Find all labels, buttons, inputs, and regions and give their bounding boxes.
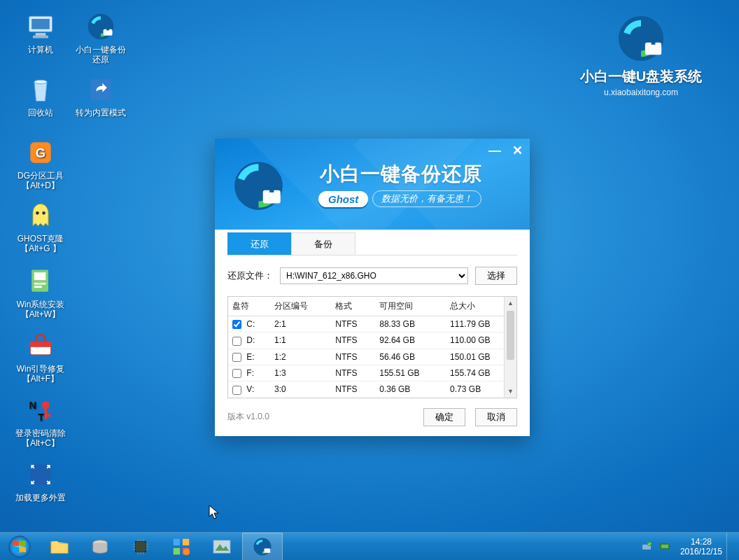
desktop-icon-label: 加载更多外置 (15, 493, 66, 503)
cell-free: 155.51 GB (375, 365, 446, 381)
minimize-button[interactable]: — (488, 146, 501, 155)
svg-rect-1 (31, 19, 50, 29)
cell-fmt: NTFS (331, 382, 375, 398)
close-button[interactable]: ✕ (512, 146, 523, 155)
taskbar-item-img-tool[interactable] (202, 533, 242, 561)
brand-url: u.xiaobaixitong.com (564, 88, 718, 97)
tray-display-icon[interactable] (658, 540, 672, 554)
svg-rect-43 (265, 548, 271, 552)
svg-rect-24 (90, 79, 111, 99)
winsetup-icon (24, 265, 57, 298)
desktop-icon-win-install[interactable]: Win系统安装 【Alt+W】 (13, 265, 69, 319)
desktop-icon-label: 小白一键备份 还原 (76, 45, 126, 64)
row-checkbox[interactable] (232, 353, 241, 362)
scroll-thumb[interactable] (507, 311, 514, 360)
svg-rect-18 (45, 407, 48, 419)
window-body: 还原 备份 还原文件： H:\WIN7_612_x86.GHO 选择 盘符 分区… (215, 230, 530, 436)
desktop-icon-recycle[interactable]: 回收站 (13, 73, 69, 118)
cell-part: 1:1 (270, 332, 331, 349)
svg-text:T: T (38, 412, 44, 423)
brand-title: 小白一键U盘装系统 (564, 67, 718, 86)
cell-fmt: NTFS (331, 365, 375, 381)
svg-point-7 (36, 211, 39, 215)
cancel-button[interactable]: 取消 (475, 408, 517, 426)
svg-point-38 (183, 548, 190, 554)
table-scrollbar[interactable]: ▲ ▼ (504, 297, 516, 398)
taskbar-item-cpu-tool[interactable] (120, 533, 161, 561)
desktop-icon-label: 回收站 (28, 108, 53, 118)
desktop-icon-pwd-clear[interactable]: NT 登录密码清除 【Alt+C】 (13, 393, 69, 448)
clock-time: 14:28 (680, 537, 722, 547)
ghost-badge: Ghost (318, 191, 368, 207)
window-header: 小白一键备份还原 Ghost 数据无价，有备无患！ — ✕ (215, 139, 530, 230)
desktop-icon-switch-builtin[interactable]: 转为内置模式 (73, 73, 129, 118)
desktop-icon-xb-backup[interactable]: 小白一键备份 还原 (73, 10, 129, 64)
desktop-icon-label: DG分区工具 【Alt+D】 (17, 171, 64, 190)
restore-file-select[interactable]: H:\WIN7_612_x86.GHO (280, 267, 468, 284)
expand-icon (24, 458, 57, 491)
desktop-icon-computer[interactable]: 计算机 (13, 10, 69, 55)
taskbar-items (39, 533, 283, 560)
table-row[interactable]: D:1:1NTFS92.64 GB110.00 GB (228, 332, 516, 349)
desktop-icon-ghost-clone[interactable]: GHOST克隆 【Alt+G 】 (13, 199, 69, 253)
scroll-down-icon[interactable]: ▼ (505, 385, 516, 398)
desktop-icon-load-more[interactable]: 加载更多外置 (13, 458, 69, 503)
choose-file-button[interactable]: 选择 (475, 267, 517, 285)
desktop-icon-label: 登录密码清除 【Alt+C】 (15, 428, 66, 448)
svg-rect-39 (213, 540, 230, 553)
taskbar-clock[interactable]: 14:28 2016/12/15 (680, 537, 722, 556)
desktop-icon-dg-partition[interactable]: G DG分区工具 【Alt+D】 (13, 136, 69, 190)
cell-part: 2:1 (270, 316, 331, 332)
window-title: 小白一键备份还原 (320, 161, 482, 188)
desktop-icon-label: Win引导修复 【Alt+F】 (17, 364, 65, 384)
start-button[interactable] (0, 533, 39, 561)
svg-rect-11 (34, 283, 46, 285)
table-row[interactable]: E:1:2NTFS56.46 GB150.01 GB (228, 349, 516, 365)
desktop-icon-label: GHOST克隆 【Alt+G 】 (17, 234, 64, 253)
tab-restore[interactable]: 还原 (227, 232, 292, 255)
desktop-icon-boot-repair[interactable]: Win引导修复 【Alt+F】 (13, 329, 69, 384)
cell-fmt: NTFS (331, 316, 375, 332)
row-checkbox[interactable] (232, 369, 241, 378)
taskbar-item-explorer[interactable] (39, 533, 80, 561)
row-checkbox[interactable] (232, 386, 241, 395)
row-checkbox[interactable] (232, 320, 241, 329)
svg-rect-12 (34, 286, 42, 288)
table-row[interactable]: C:2:1NTFS88.33 GB111.79 GB (228, 316, 516, 332)
taskbar-item-disk-tool[interactable] (80, 533, 120, 561)
show-desktop-button[interactable] (726, 533, 735, 561)
scroll-up-icon[interactable]: ▲ (505, 297, 516, 309)
table-row[interactable]: V:3:0NTFS0.36 GB0.73 GB (228, 382, 516, 398)
xb-logo-icon (84, 10, 118, 43)
ok-button[interactable]: 确定 (423, 408, 465, 426)
col-format: 格式 (331, 297, 375, 316)
taskbar-item-app-store[interactable] (161, 533, 202, 561)
system-tray: 14:28 2016/12/15 (640, 533, 739, 560)
svg-rect-34 (174, 538, 180, 545)
table-row[interactable]: F:1:3NTFS155.51 GB155.74 GB (228, 365, 516, 381)
cell-fmt: NTFS (331, 332, 375, 349)
svg-point-8 (42, 211, 45, 215)
svg-text:N: N (29, 400, 37, 411)
svg-rect-10 (34, 272, 46, 280)
cell-free: 56.46 GB (375, 349, 446, 365)
row-checkbox[interactable] (232, 337, 241, 346)
taskbar: 14:28 2016/12/15 (0, 532, 739, 560)
restore-file-label: 还原文件： (227, 270, 273, 282)
brand-logo-icon (617, 14, 666, 63)
ghost-icon (24, 199, 57, 232)
app-logo-icon (232, 160, 285, 212)
tray-safe-remove-icon[interactable] (640, 540, 654, 554)
recyclebin-icon (24, 73, 57, 106)
cell-part: 1:3 (270, 365, 331, 381)
tab-backup[interactable]: 备份 (291, 232, 356, 255)
taskbar-item-xb-app[interactable] (242, 533, 283, 561)
key-icon: NT (24, 393, 57, 427)
svg-rect-19 (45, 414, 51, 417)
desktop-icon-label: Win系统安装 【Alt+W】 (17, 300, 65, 319)
clock-date: 2016/12/15 (680, 547, 722, 556)
dg-icon: G (24, 136, 57, 169)
tab-bar: 还原 备份 (227, 230, 517, 255)
svg-point-41 (217, 542, 220, 545)
computer-icon (24, 10, 57, 43)
